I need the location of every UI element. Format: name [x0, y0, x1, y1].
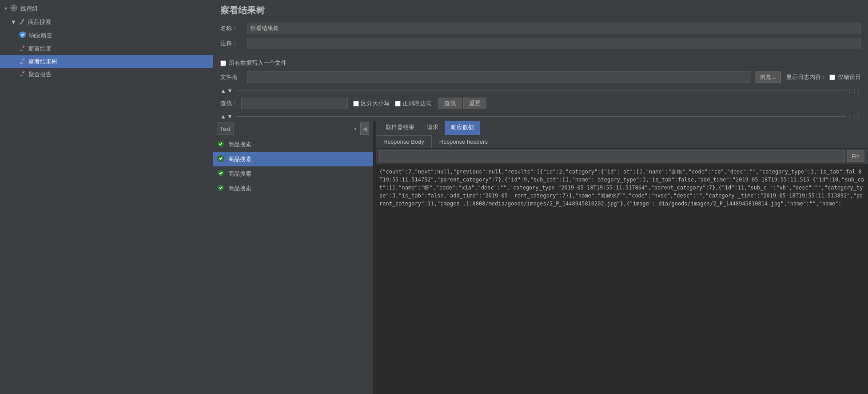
pencil-icon — [18, 18, 25, 26]
tree-list: 商品搜索 商品搜索 — [213, 137, 373, 394]
tree-item-3[interactable]: 商品搜索 — [213, 166, 373, 181]
tree-item-4[interactable]: 商品搜索 — [213, 181, 373, 196]
sidebar-item-response-assert[interactable]: 响应断言 — [0, 28, 213, 42]
tree-area: Text ◀ 商品搜索 — [213, 121, 373, 394]
svg-rect-5 — [16, 8, 17, 8]
pencil-view-icon — [19, 57, 26, 66]
error-only-label: 仅错误日 — [838, 73, 861, 81]
divider-row-2: ▲ ▼ ⋮⋮⋮ — [213, 112, 868, 121]
svg-rect-14 — [20, 75, 23, 76]
svg-rect-10 — [20, 50, 23, 51]
tabs-row: 取样器结果 请求 响应数据 — [376, 121, 868, 135]
sidebar-item-view-result-label: 察看结果树 — [28, 58, 57, 66]
sidebar-item-aggregate-label: 聚合报告 — [28, 71, 52, 79]
svg-rect-4 — [10, 8, 12, 8]
svg-marker-11 — [22, 58, 25, 61]
split-area: Text ◀ 商品搜索 — [213, 121, 868, 394]
sidebar-item-goods-search-group[interactable]: ▼ 商品搜索 — [0, 16, 213, 28]
down-arrow-2[interactable]: ▼ — [227, 113, 233, 120]
shield-response-icon — [19, 31, 27, 40]
shield-icon-1 — [217, 140, 225, 149]
regex-label: 正则表达式 — [402, 99, 431, 107]
sub-tab-response-headers[interactable]: Response headers — [432, 135, 495, 148]
resize-handle-1[interactable]: ⋮⋮⋮ — [848, 88, 861, 93]
reset-button[interactable]: 重置 — [463, 98, 486, 109]
divider-line-2 — [236, 116, 846, 117]
divider-line-1 — [236, 91, 846, 91]
log-checkbox[interactable] — [829, 75, 835, 80]
tree-item-label-2: 商品搜索 — [228, 155, 251, 163]
up-arrow[interactable]: ▲ — [220, 87, 226, 94]
response-search-row: Fin — [376, 149, 868, 164]
log-content-label: 显示日志内容： — [786, 73, 827, 81]
comment-input[interactable] — [247, 38, 861, 49]
down-arrow[interactable]: ▼ — [227, 87, 233, 94]
svg-rect-6 — [20, 21, 24, 25]
svg-point-1 — [12, 7, 15, 9]
tree-item[interactable]: 商品搜索 — [213, 137, 373, 152]
svg-marker-9 — [22, 45, 25, 48]
tree-type-select[interactable]: Text — [217, 122, 234, 135]
tree-item-label-3: 商品搜索 — [228, 170, 251, 178]
comment-row: 注释： — [220, 38, 861, 49]
sidebar-item-assert-result[interactable]: 断言结果 — [0, 42, 213, 55]
all-data-checkbox-row: 所有数据写入一个文件 — [213, 56, 868, 70]
shield-icon-4 — [217, 184, 225, 193]
svg-rect-12 — [20, 63, 23, 63]
sidebar-item-assert-result-label: 断言结果 — [28, 45, 52, 53]
pencil-aggregate-icon — [19, 70, 26, 79]
tree-select-row: Text ◀ — [213, 121, 373, 137]
response-find-button[interactable]: Fin — [847, 150, 864, 162]
sidebar: ▼ 线程组 ▼ 商品搜索 — [0, 0, 213, 394]
search-options: 区分大小写 正则表达式 — [353, 99, 437, 107]
resize-handle-2[interactable]: ⋮⋮⋮ — [848, 114, 861, 119]
search-label: 查找： — [220, 99, 238, 107]
sidebar-item-aggregate-report[interactable]: 聚合报告 — [0, 68, 213, 81]
sidebar-item-response-assert-label: 响应断言 — [29, 32, 52, 39]
shield-icon-3 — [217, 169, 225, 178]
search-row: 查找： 区分大小写 正则表达式 查找 重置 — [213, 95, 868, 112]
svg-marker-13 — [22, 71, 25, 74]
svg-rect-2 — [13, 4, 14, 6]
tree-item-selected[interactable]: 商品搜索 — [213, 152, 373, 166]
all-data-label: 所有数据写入一个文件 — [229, 59, 287, 67]
svg-rect-3 — [13, 10, 14, 12]
main-panel: 察看结果树 名称： 注释： 所有数据写入一个文件 文件名 浏览... 显示日志内… — [213, 0, 868, 394]
tab-response-data[interactable]: 响应数据 — [445, 121, 480, 135]
sidebar-item-goods-search-label: 商品搜索 — [28, 18, 51, 26]
shield-icon-2 — [217, 154, 225, 164]
form-section: 名称： 注释： — [213, 19, 868, 56]
triangle-icon: ▼ — [4, 6, 8, 11]
name-label: 名称： — [220, 24, 247, 32]
case-sensitive-checkbox[interactable] — [353, 101, 359, 106]
search-input[interactable] — [241, 98, 348, 109]
tree-item-label-1: 商品搜索 — [228, 141, 251, 149]
sidebar-group-label: 线程组 — [20, 5, 38, 13]
divider-row-1: ▲ ▼ ⋮⋮⋮ — [213, 87, 868, 95]
sub-tab-response-body[interactable]: Response Body — [376, 135, 432, 148]
sidebar-group-thread[interactable]: ▼ 线程组 — [0, 2, 213, 16]
page-title: 察看结果树 — [213, 0, 868, 19]
tree-item-label-4: 商品搜索 — [228, 185, 251, 193]
pencil-assert-icon — [19, 44, 26, 53]
filename-label: 文件名 — [220, 73, 247, 81]
name-row: 名称： — [220, 23, 861, 34]
filename-input[interactable] — [247, 71, 751, 83]
all-data-checkbox[interactable] — [220, 60, 226, 66]
browse-button[interactable]: 浏览... — [755, 71, 781, 83]
tab-request[interactable]: 请求 — [421, 121, 445, 135]
gear-icon — [10, 4, 18, 13]
comment-label: 注释： — [220, 39, 247, 47]
svg-marker-7 — [22, 19, 24, 21]
find-button[interactable]: 查找 — [438, 98, 462, 109]
up-arrow-2[interactable]: ▲ — [220, 113, 226, 120]
triangle-group-icon: ▼ — [11, 19, 16, 25]
right-panel: 取样器结果 请求 响应数据 Response Body Response hea… — [376, 121, 868, 394]
case-sensitive-label: 区分大小写 — [361, 99, 390, 107]
tab-sampler-result[interactable]: 取样器结果 — [379, 121, 421, 135]
regex-checkbox[interactable] — [395, 101, 401, 106]
select-arrow-btn[interactable]: ◀ — [360, 122, 369, 135]
name-input[interactable] — [247, 23, 861, 34]
response-search-input[interactable] — [379, 150, 845, 162]
sidebar-item-view-result-tree[interactable]: 察看结果树 — [0, 55, 213, 68]
